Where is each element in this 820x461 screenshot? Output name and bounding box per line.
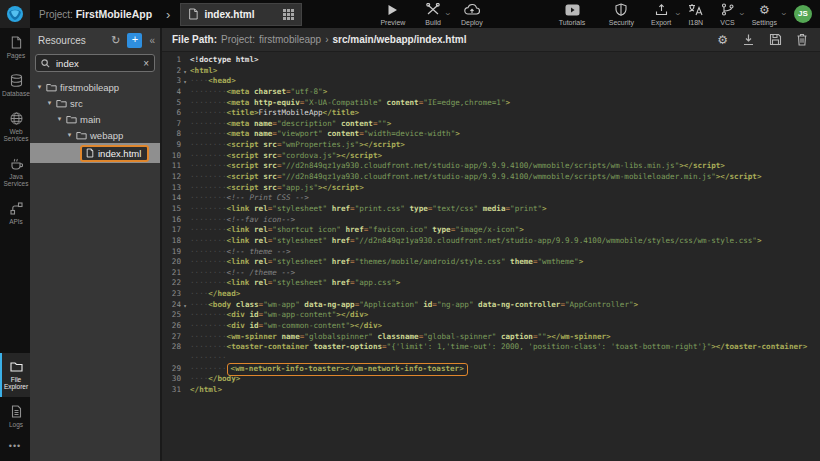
code-line[interactable]: 9········<script src="wmProperties.js"><…: [162, 140, 820, 151]
code-line[interactable]: 2▾<html>: [162, 66, 820, 77]
code-line[interactable]: 22········<link rel="stylesheet" href="a…: [162, 278, 820, 289]
deploy-button[interactable]: Deploy: [461, 3, 483, 26]
code-line[interactable]: 13········<script src="app.js"></script>: [162, 183, 820, 194]
code-line[interactable]: 17········<link rel="shortcut icon" href…: [162, 225, 820, 236]
editor-settings-gear-icon[interactable]: ⚙: [717, 34, 728, 46]
line-content: ········<wm-spinner name="globalspinner"…: [189, 332, 611, 343]
code-line[interactable]: 21········<!-- /theme -->: [162, 268, 820, 279]
code-line[interactable]: 27········<wm-spinner name="globalspinne…: [162, 332, 820, 343]
code-line[interactable]: 31</html>: [162, 385, 820, 396]
trash-icon[interactable]: [796, 33, 808, 46]
add-resource-button[interactable]: +: [127, 33, 142, 48]
line-number: 4: [162, 87, 181, 98]
preview-button[interactable]: Preview: [380, 3, 405, 26]
settings-dropdown-chevron-icon[interactable]: ›: [779, 12, 789, 15]
grid-icon[interactable]: [283, 9, 294, 20]
apis-label: APIs: [2, 218, 30, 225]
refresh-icon[interactable]: ↻: [111, 34, 120, 47]
code-line[interactable]: 23····</head>: [162, 289, 820, 300]
settings-button[interactable]: ⚙ Settings ›: [752, 3, 777, 26]
tree-item-firstmobileapp[interactable]: ▾ firstmobileapp: [30, 79, 160, 95]
caret-down-icon[interactable]: ▾: [66, 131, 73, 139]
vcs-dropdown-chevron-icon[interactable]: ›: [736, 12, 746, 15]
code-line[interactable]: 3▾····<head>: [162, 76, 820, 87]
code-line[interactable]: 26········<div id="wm-common-content"></…: [162, 321, 820, 332]
i18n-button[interactable]: I18N: [688, 3, 703, 26]
code-line[interactable]: 4········<meta charset="utf-8">: [162, 87, 820, 98]
line-content: ········<!-- Print CSS -->: [189, 193, 309, 204]
sidebar-item-pages[interactable]: Pages: [0, 28, 30, 66]
line-content: ····<body class="wm-app" data-ng-app="Ap…: [189, 300, 638, 311]
save-icon[interactable]: [769, 33, 782, 46]
tree-item-src[interactable]: ▾ src: [30, 95, 160, 111]
line-number: 2: [162, 66, 181, 77]
build-dropdown-chevron-icon[interactable]: ›: [442, 12, 452, 15]
fold-caret-icon[interactable]: ▾: [181, 66, 189, 77]
export-dropdown-chevron-icon[interactable]: ›: [673, 12, 683, 15]
code-line[interactable]: 28········<toaster-container toaster-opt…: [162, 342, 820, 353]
code-line[interactable]: 5········<meta http-equiv="X-UA-Compatib…: [162, 98, 820, 109]
line-number: [162, 353, 181, 364]
fold-gutter: [181, 161, 189, 172]
fold-gutter: [181, 247, 189, 258]
caret-down-icon[interactable]: ▾: [46, 99, 53, 107]
caret-down-icon[interactable]: ▾: [56, 115, 63, 123]
tutorials-button[interactable]: Tutorials: [559, 3, 586, 26]
i18n-label: I18N: [688, 19, 703, 26]
vcs-button[interactable]: VCS ›: [720, 3, 734, 26]
code-line[interactable]: 15········<link rel="stylesheet" href="p…: [162, 204, 820, 215]
deploy-label: Deploy: [461, 19, 483, 26]
code-line[interactable]: 14········<!-- Print CSS -->: [162, 193, 820, 204]
build-button[interactable]: Build ›: [425, 3, 441, 26]
tab-index-html[interactable]: index.html: [180, 3, 302, 26]
security-button[interactable]: Security: [609, 3, 634, 26]
code-editor[interactable]: 1<!doctype html>2▾<html>3▾····<head>4···…: [162, 52, 820, 461]
sidebar-more-button[interactable]: •••: [0, 435, 30, 461]
main-area: Pages Databases Web Services Java Servic…: [0, 28, 820, 461]
sidebar-item-file-explorer[interactable]: File Explorer: [0, 353, 30, 397]
app-logo[interactable]: [0, 0, 30, 28]
clear-search-icon[interactable]: ×: [143, 58, 149, 69]
code-line[interactable]: 25········<div id="wm-app-content"></div…: [162, 310, 820, 321]
line-content: ········<link rel="shortcut icon" href="…: [189, 225, 524, 236]
fold-caret-icon[interactable]: ▾: [181, 300, 189, 311]
code-line[interactable]: 6········<title>FirstMobileApp</title>: [162, 108, 820, 119]
code-line[interactable]: 20········<link rel="stylesheet" href="t…: [162, 257, 820, 268]
caret-down-icon[interactable]: ▾: [36, 83, 43, 91]
tree-item-index-html[interactable]: index.html: [30, 143, 160, 163]
line-content: ········<meta http-equiv="X-UA-Compatibl…: [189, 98, 510, 109]
tree-item-main[interactable]: ▾ main: [30, 111, 160, 127]
code-line[interactable]: ········: [162, 353, 820, 364]
sidebar-item-logs[interactable]: Logs: [0, 397, 30, 435]
code-line[interactable]: 24▾····<body class="wm-app" data-ng-app=…: [162, 300, 820, 311]
sidebar-item-web-services[interactable]: Web Services: [0, 104, 30, 149]
globe-icon: [10, 112, 23, 125]
tree-item-webapp[interactable]: ▾ webapp: [30, 127, 160, 143]
tree-label: firstmobileapp: [60, 82, 119, 93]
code-line[interactable]: 10········<script src="cordova.js"></scr…: [162, 151, 820, 162]
logs-label: Logs: [2, 421, 30, 428]
user-avatar[interactable]: JS: [794, 5, 812, 23]
line-content: ····</head>: [189, 289, 240, 300]
code-line[interactable]: 1<!doctype html>: [162, 55, 820, 66]
line-content: ········<!-- /theme -->: [189, 268, 295, 279]
tree-label: webapp: [90, 130, 123, 141]
code-line[interactable]: 11········<script src="//d2n849qz1ya930.…: [162, 161, 820, 172]
collapse-panel-icon[interactable]: «: [149, 35, 155, 46]
code-line[interactable]: 12········<script src="//d2n849qz1ya930.…: [162, 172, 820, 183]
fold-caret-icon[interactable]: ▾: [181, 76, 189, 87]
search-input[interactable]: [54, 57, 139, 70]
sidebar-item-java-services[interactable]: Java Services: [0, 149, 30, 194]
export-button[interactable]: Export ›: [651, 3, 671, 26]
sidebar-item-databases[interactable]: Databases: [0, 66, 30, 104]
code-line[interactable]: 16········<!--fav icon-->: [162, 215, 820, 226]
resources-search[interactable]: ×: [35, 54, 155, 72]
code-line[interactable]: 19········<!-- theme -->: [162, 247, 820, 258]
download-icon[interactable]: [742, 33, 755, 46]
code-line[interactable]: 29········<wm-network-info-toaster></wm-…: [162, 364, 820, 375]
code-line[interactable]: 8········<meta name="viewport" content="…: [162, 129, 820, 140]
sidebar-item-apis[interactable]: APIs: [0, 194, 30, 232]
left-icon-rail: Pages Databases Web Services Java Servic…: [0, 28, 30, 461]
code-line[interactable]: 18········<link rel="stylesheet" href="/…: [162, 236, 820, 247]
code-line[interactable]: 7········<meta name="description" conten…: [162, 119, 820, 130]
